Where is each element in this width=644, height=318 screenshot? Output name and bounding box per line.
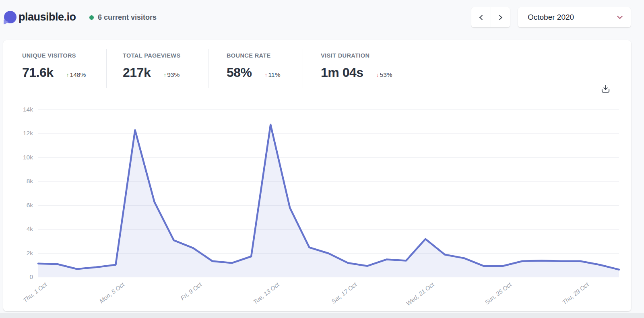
dashboard-card: UNIQUE VISITORS 71.6k ↑148% TOTAL PAGEVI… [3,40,631,311]
x-tick-label: Wed, 21 Oct [405,281,436,307]
chevron-left-icon [479,15,485,20]
date-range-dropdown[interactable]: October 2020 [518,7,631,27]
x-tick-label: Thu, 1 Oct [22,281,48,304]
y-tick-label: 12k [3,130,33,137]
chevron-right-icon [497,15,502,20]
current-visitors[interactable]: 6 current visitors [89,13,157,22]
y-tick-label: 14k [3,106,33,113]
chevron-down-icon [617,13,623,19]
x-tick-label: Mon, 5 Oct [98,281,126,305]
y-tick-label: 6k [3,202,33,209]
plausible-logo-icon [4,11,17,23]
live-dot-icon [89,15,94,20]
next-period-button[interactable] [491,7,510,27]
current-visitors-label: 6 current visitors [98,13,157,22]
period-nav-group [471,7,510,27]
x-tick-label: Tue, 13 Oct [252,281,280,306]
chart-canvas [3,40,631,311]
y-tick-label: 8k [3,178,33,185]
y-tick-label: 2k [3,250,33,257]
logo-tail [4,19,9,25]
y-tick-label: 0 [3,273,33,281]
x-tick-label: Sun, 25 Oct [483,281,513,306]
x-tick-label: Sat, 17 Oct [330,281,358,305]
site-title[interactable]: plausible.io [19,11,76,23]
date-range-label: October 2020 [528,13,574,22]
top-bar: plausible.io 6 current visitors October … [0,0,644,36]
prev-period-button[interactable] [471,7,491,27]
page-footer-strip [0,313,644,318]
x-tick-label: Fri, 9 Oct [179,281,203,301]
y-tick-label: 10k [3,154,33,161]
y-tick-label: 4k [3,225,33,233]
visitors-chart[interactable]: 02k4k6k8k10k12k14k Thu, 1 OctMon, 5 OctF… [3,40,631,311]
x-tick-label: Thu, 29 Oct [561,281,590,306]
